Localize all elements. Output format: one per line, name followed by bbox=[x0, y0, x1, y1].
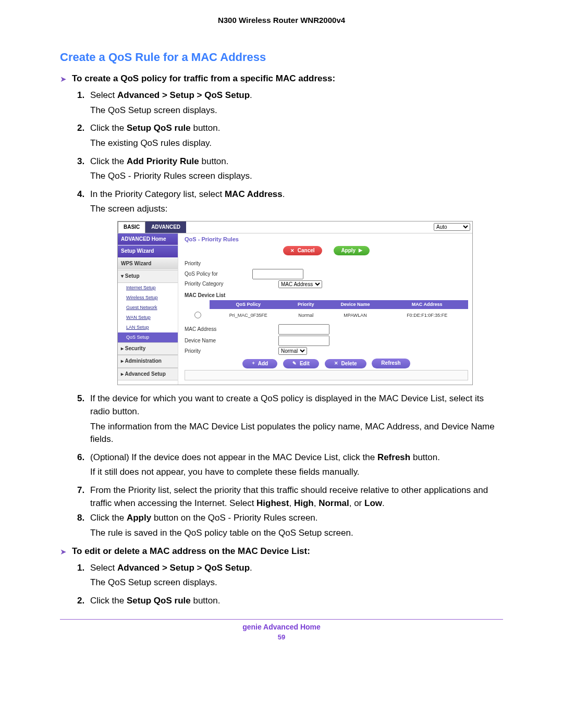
edit-steps-list: Select Advanced > Setup > QoS Setup. The… bbox=[60, 562, 503, 608]
steps-list: Select Advanced > Setup > QoS Setup. The… bbox=[60, 89, 503, 540]
sidebar-link-internet[interactable]: Internet Setup bbox=[118, 283, 178, 293]
step-5: If the device for which you want to crea… bbox=[87, 392, 503, 446]
plus-icon: + bbox=[252, 360, 254, 367]
edit-button[interactable]: ✎Edit bbox=[283, 359, 319, 369]
edit-step-2: Click the Setup QoS rule button. bbox=[87, 595, 503, 608]
play-icon: ▶ bbox=[359, 247, 362, 254]
step-1: Select Advanced > Setup > QoS Setup. The… bbox=[87, 89, 503, 117]
tab-advanced[interactable]: ADVANCED bbox=[145, 221, 186, 233]
step-7: From the Priority list, select the prior… bbox=[87, 484, 503, 510]
priority-label: Priority bbox=[185, 260, 252, 268]
category-select[interactable]: MAC Address bbox=[278, 280, 322, 288]
pencil-icon: ✎ bbox=[292, 360, 297, 367]
sidebar-link-qos[interactable]: QoS Setup bbox=[118, 332, 178, 342]
delete-button[interactable]: ✕Delete bbox=[325, 359, 366, 369]
step-8: Click the Apply button on the QoS - Prio… bbox=[87, 512, 503, 539]
edit-text: To edit or delete a MAC address on the M… bbox=[72, 546, 310, 557]
step-6: (Optional) If the device does not appear… bbox=[87, 451, 503, 479]
row-radio[interactable] bbox=[194, 312, 201, 318]
footer-rule bbox=[60, 619, 503, 620]
devlist-label: MAC Device List bbox=[185, 292, 468, 300]
refresh-button[interactable]: Refresh bbox=[372, 359, 410, 368]
step-2: Click the Setup QoS rule button. The exi… bbox=[87, 122, 503, 150]
footer: genie Advanced Home 59 bbox=[60, 623, 503, 641]
sidebar-link-wan[interactable]: WAN Setup bbox=[118, 313, 178, 323]
policy-input[interactable] bbox=[252, 269, 303, 279]
intro-text: To create a QoS policy for traffic from … bbox=[72, 73, 335, 84]
th-device: Device Name bbox=[325, 300, 386, 309]
policy-label: QoS Policy for bbox=[185, 270, 252, 278]
th-policy: QoS Policy bbox=[210, 300, 287, 309]
cancel-button[interactable]: ✕Cancel bbox=[283, 246, 322, 256]
edit-heading: ➤ To edit or delete a MAC address on the… bbox=[60, 546, 503, 557]
panel-title: QoS - Priority Rules bbox=[185, 236, 468, 244]
sidebar-administration[interactable]: ▸ Administration bbox=[118, 355, 178, 368]
arrow-right-icon: ➤ bbox=[60, 75, 67, 84]
section-title: Create a QoS Rule for a MAC Address bbox=[60, 51, 503, 64]
mac-input[interactable] bbox=[278, 324, 329, 335]
auto-select[interactable]: Auto bbox=[434, 223, 470, 231]
priority-select[interactable]: Normal bbox=[278, 347, 307, 355]
add-button[interactable]: +Add bbox=[242, 359, 277, 369]
tab-basic[interactable]: BASIC bbox=[118, 221, 145, 233]
sidebar-link-wireless[interactable]: Wireless Setup bbox=[118, 293, 178, 303]
bottom-strip bbox=[185, 370, 468, 380]
footer-title: genie Advanced Home bbox=[60, 623, 503, 631]
sidebar: ADVANCED Home Setup Wizard WPS Wizard ▾ … bbox=[118, 233, 178, 385]
sidebar-setup-wizard[interactable]: Setup Wizard bbox=[118, 245, 178, 258]
edit-step-1: Select Advanced > Setup > QoS Setup. The… bbox=[87, 562, 503, 589]
sidebar-setup-section[interactable]: ▾ Setup bbox=[118, 270, 178, 283]
devname-label: Device Name bbox=[185, 337, 252, 345]
x-icon: ✕ bbox=[290, 248, 295, 254]
x-icon: ✕ bbox=[334, 360, 338, 367]
devname-input[interactable] bbox=[278, 336, 329, 346]
step-3: Click the Add Priority Rule button. The … bbox=[87, 155, 503, 183]
sidebar-link-lan[interactable]: LAN Setup bbox=[118, 323, 178, 332]
sidebar-link-guest[interactable]: Guest Network bbox=[118, 303, 178, 313]
sidebar-security[interactable]: ▸ Security bbox=[118, 342, 178, 355]
step-4: In the Priority Category list, select MA… bbox=[87, 188, 503, 385]
mac-label: MAC Address bbox=[185, 326, 252, 334]
sidebar-wps-wizard[interactable]: WPS Wizard bbox=[118, 258, 178, 270]
th-mac: MAC Address bbox=[386, 300, 468, 309]
sidebar-adv-setup[interactable]: ▸ Advanced Setup bbox=[118, 368, 178, 381]
intro-heading: ➤ To create a QoS policy for traffic fro… bbox=[60, 73, 503, 84]
arrow-right-icon: ➤ bbox=[60, 547, 67, 557]
apply-button[interactable]: Apply▶ bbox=[334, 246, 370, 256]
router-screenshot: BASIC ADVANCED Auto ADVANCED Home Setup … bbox=[117, 221, 473, 385]
priority2-label: Priority bbox=[185, 348, 252, 355]
page-number: 59 bbox=[60, 633, 503, 641]
th-priority: Priority bbox=[287, 300, 325, 309]
doc-header: N300 Wireless Router WNR2000v4 bbox=[60, 16, 503, 24]
table-row: Pri_MAC_0F35FE Normal MPAWLAN F0:DE:F1:0… bbox=[185, 309, 468, 322]
category-label: Priority Category bbox=[185, 280, 252, 288]
sidebar-adv-home[interactable]: ADVANCED Home bbox=[118, 233, 178, 246]
device-table: QoS Policy Priority Device Name MAC Addr… bbox=[185, 300, 468, 322]
